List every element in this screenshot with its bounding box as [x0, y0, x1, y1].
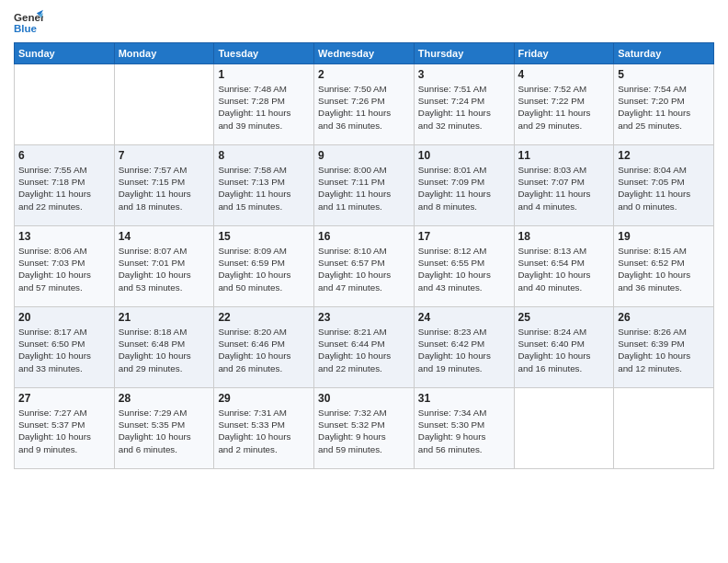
- day-cell: [15, 64, 115, 145]
- day-number: 31: [418, 392, 510, 405]
- day-info: Sunrise: 8:18 AM Sunset: 6:48 PM Dayligh…: [119, 326, 210, 374]
- day-cell: [614, 388, 714, 469]
- day-info: Sunrise: 7:52 AM Sunset: 7:22 PM Dayligh…: [518, 83, 610, 132]
- day-cell: 25Sunrise: 8:24 AM Sunset: 6:40 PM Dayli…: [514, 307, 614, 388]
- header: General Blue: [14, 9, 714, 35]
- day-cell: 22Sunrise: 8:20 AM Sunset: 6:46 PM Dayli…: [214, 307, 314, 388]
- day-info: Sunrise: 7:48 AM Sunset: 7:28 PM Dayligh…: [218, 83, 310, 132]
- day-cell: 13Sunrise: 8:06 AM Sunset: 7:03 PM Dayli…: [15, 226, 115, 307]
- week-row-3: 20Sunrise: 8:17 AM Sunset: 6:50 PM Dayli…: [15, 307, 714, 388]
- day-number: 27: [18, 392, 110, 405]
- weekday-header-tuesday: Tuesday: [214, 43, 314, 64]
- day-cell: 8Sunrise: 7:58 AM Sunset: 7:13 PM Daylig…: [214, 145, 314, 226]
- day-number: 22: [218, 311, 310, 324]
- day-cell: 20Sunrise: 8:17 AM Sunset: 6:50 PM Dayli…: [15, 307, 115, 388]
- week-row-0: 1Sunrise: 7:48 AM Sunset: 7:28 PM Daylig…: [15, 64, 714, 145]
- day-number: 17: [418, 230, 510, 243]
- day-info: Sunrise: 7:57 AM Sunset: 7:15 PM Dayligh…: [119, 164, 210, 213]
- day-number: 8: [218, 149, 310, 162]
- calendar-table: SundayMondayTuesdayWednesdayThursdayFrid…: [14, 42, 714, 469]
- day-info: Sunrise: 8:06 AM Sunset: 7:03 PM Dayligh…: [18, 245, 110, 293]
- svg-text:Blue: Blue: [14, 23, 38, 34]
- day-info: Sunrise: 7:31 AM Sunset: 5:33 PM Dayligh…: [218, 407, 310, 455]
- day-info: Sunrise: 8:00 AM Sunset: 7:11 PM Dayligh…: [318, 164, 410, 213]
- day-info: Sunrise: 8:09 AM Sunset: 6:59 PM Dayligh…: [218, 245, 310, 293]
- day-number: 9: [318, 149, 410, 162]
- day-number: 28: [119, 392, 210, 405]
- day-info: Sunrise: 8:24 AM Sunset: 6:40 PM Dayligh…: [518, 326, 610, 374]
- day-number: 4: [518, 68, 610, 81]
- day-number: 16: [318, 230, 410, 243]
- day-cell: [514, 388, 614, 469]
- day-cell: 10Sunrise: 8:01 AM Sunset: 7:09 PM Dayli…: [414, 145, 514, 226]
- day-number: 3: [418, 68, 510, 81]
- day-cell: 14Sunrise: 8:07 AM Sunset: 7:01 PM Dayli…: [114, 226, 214, 307]
- day-info: Sunrise: 7:58 AM Sunset: 7:13 PM Dayligh…: [218, 164, 310, 213]
- day-cell: 9Sunrise: 8:00 AM Sunset: 7:11 PM Daylig…: [314, 145, 415, 226]
- weekday-header-wednesday: Wednesday: [314, 43, 415, 64]
- day-info: Sunrise: 7:55 AM Sunset: 7:18 PM Dayligh…: [18, 164, 110, 213]
- day-info: Sunrise: 7:54 AM Sunset: 7:20 PM Dayligh…: [618, 83, 710, 132]
- day-info: Sunrise: 8:04 AM Sunset: 7:05 PM Dayligh…: [618, 164, 710, 213]
- day-info: Sunrise: 8:01 AM Sunset: 7:09 PM Dayligh…: [418, 164, 510, 213]
- day-cell: 4Sunrise: 7:52 AM Sunset: 7:22 PM Daylig…: [514, 64, 614, 145]
- week-row-4: 27Sunrise: 7:27 AM Sunset: 5:37 PM Dayli…: [15, 388, 714, 469]
- day-number: 24: [418, 311, 510, 324]
- day-number: 19: [618, 230, 710, 243]
- day-number: 14: [119, 230, 210, 243]
- day-cell: 30Sunrise: 7:32 AM Sunset: 5:32 PM Dayli…: [314, 388, 415, 469]
- day-info: Sunrise: 8:03 AM Sunset: 7:07 PM Dayligh…: [518, 164, 610, 213]
- day-number: 11: [518, 149, 610, 162]
- weekday-header-sunday: Sunday: [15, 43, 115, 64]
- weekday-header-row: SundayMondayTuesdayWednesdayThursdayFrid…: [15, 43, 714, 64]
- day-cell: 15Sunrise: 8:09 AM Sunset: 6:59 PM Dayli…: [214, 226, 314, 307]
- day-cell: 23Sunrise: 8:21 AM Sunset: 6:44 PM Dayli…: [314, 307, 415, 388]
- day-number: 20: [18, 311, 110, 324]
- weekday-header-friday: Friday: [514, 43, 614, 64]
- day-cell: 5Sunrise: 7:54 AM Sunset: 7:20 PM Daylig…: [614, 64, 714, 145]
- week-row-1: 6Sunrise: 7:55 AM Sunset: 7:18 PM Daylig…: [15, 145, 714, 226]
- day-info: Sunrise: 7:51 AM Sunset: 7:24 PM Dayligh…: [418, 83, 510, 132]
- day-cell: [114, 64, 214, 145]
- day-cell: 21Sunrise: 8:18 AM Sunset: 6:48 PM Dayli…: [114, 307, 214, 388]
- day-number: 12: [618, 149, 710, 162]
- day-number: 30: [318, 392, 410, 405]
- weekday-header-monday: Monday: [114, 43, 214, 64]
- day-number: 2: [318, 68, 410, 81]
- day-number: 15: [218, 230, 310, 243]
- day-cell: 26Sunrise: 8:26 AM Sunset: 6:39 PM Dayli…: [614, 307, 714, 388]
- day-number: 18: [518, 230, 610, 243]
- day-number: 23: [318, 311, 410, 324]
- day-info: Sunrise: 8:07 AM Sunset: 7:01 PM Dayligh…: [119, 245, 210, 293]
- day-cell: 16Sunrise: 8:10 AM Sunset: 6:57 PM Dayli…: [314, 226, 415, 307]
- day-info: Sunrise: 8:15 AM Sunset: 6:52 PM Dayligh…: [618, 245, 710, 293]
- day-number: 1: [218, 68, 310, 81]
- day-cell: 12Sunrise: 8:04 AM Sunset: 7:05 PM Dayli…: [614, 145, 714, 226]
- day-number: 26: [618, 311, 710, 324]
- day-cell: 31Sunrise: 7:34 AM Sunset: 5:30 PM Dayli…: [414, 388, 514, 469]
- day-cell: 28Sunrise: 7:29 AM Sunset: 5:35 PM Dayli…: [114, 388, 214, 469]
- week-row-2: 13Sunrise: 8:06 AM Sunset: 7:03 PM Dayli…: [15, 226, 714, 307]
- day-info: Sunrise: 8:17 AM Sunset: 6:50 PM Dayligh…: [18, 326, 110, 374]
- day-number: 6: [18, 149, 110, 162]
- day-number: 25: [518, 311, 610, 324]
- day-info: Sunrise: 8:26 AM Sunset: 6:39 PM Dayligh…: [618, 326, 710, 374]
- day-number: 5: [618, 68, 710, 81]
- day-cell: 27Sunrise: 7:27 AM Sunset: 5:37 PM Dayli…: [15, 388, 115, 469]
- day-cell: 24Sunrise: 8:23 AM Sunset: 6:42 PM Dayli…: [414, 307, 514, 388]
- day-info: Sunrise: 8:12 AM Sunset: 6:55 PM Dayligh…: [418, 245, 510, 293]
- day-info: Sunrise: 8:21 AM Sunset: 6:44 PM Dayligh…: [318, 326, 410, 374]
- day-info: Sunrise: 7:27 AM Sunset: 5:37 PM Dayligh…: [18, 407, 110, 455]
- day-number: 29: [218, 392, 310, 405]
- logo: General Blue: [14, 9, 43, 35]
- day-number: 21: [119, 311, 210, 324]
- logo-icon: General Blue: [14, 9, 43, 35]
- day-info: Sunrise: 8:20 AM Sunset: 6:46 PM Dayligh…: [218, 326, 310, 374]
- day-cell: 19Sunrise: 8:15 AM Sunset: 6:52 PM Dayli…: [614, 226, 714, 307]
- day-number: 7: [119, 149, 210, 162]
- day-cell: 11Sunrise: 8:03 AM Sunset: 7:07 PM Dayli…: [514, 145, 614, 226]
- day-cell: 18Sunrise: 8:13 AM Sunset: 6:54 PM Dayli…: [514, 226, 614, 307]
- day-cell: 2Sunrise: 7:50 AM Sunset: 7:26 PM Daylig…: [314, 64, 415, 145]
- day-info: Sunrise: 8:23 AM Sunset: 6:42 PM Dayligh…: [418, 326, 510, 374]
- day-info: Sunrise: 8:10 AM Sunset: 6:57 PM Dayligh…: [318, 245, 410, 293]
